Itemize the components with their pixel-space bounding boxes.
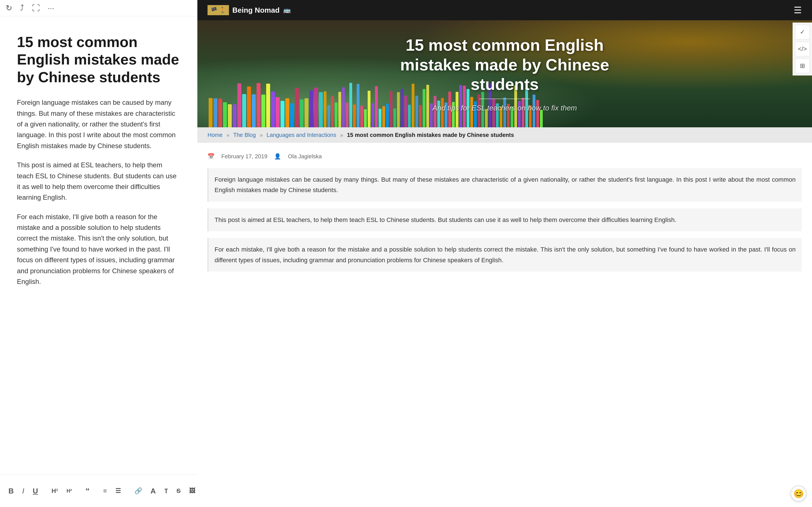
hero-subtitle: And tips for ESL teachers on how to fix … <box>433 104 577 112</box>
article-area: Home » The Blog » Languages and Interact… <box>197 127 812 507</box>
breadcrumb-category[interactable]: Languages and Interactions <box>267 132 336 138</box>
article-paragraph-2: This post is aimed at ESL teachers, to h… <box>207 209 802 231</box>
site-logo: 🏴 🚶 Being Nomad 🚌 <box>207 5 291 15</box>
article-author: Ola Jagielska <box>288 153 322 160</box>
breadcrumb: Home » The Blog » Languages and Interact… <box>197 127 812 143</box>
italic-button[interactable]: I <box>20 486 26 497</box>
article-paragraph-3: For each mistake, I'll give both a reaso… <box>207 238 802 272</box>
breadcrumb-sep-1: » <box>226 132 230 138</box>
text-style-button[interactable]: T <box>163 487 170 496</box>
text-underline-button[interactable]: A <box>149 486 158 497</box>
article-meta: 📅 February 17, 2019 👤 Ola Jagielska <box>207 153 802 160</box>
breadcrumb-current: 15 most common English mistakes made by … <box>347 132 514 138</box>
site-name: Being Nomad <box>232 6 280 15</box>
logo-person-icon: 🚶 <box>219 7 226 13</box>
logo-vehicle-icon: 🚌 <box>283 6 291 14</box>
breadcrumb-sep-3: » <box>340 132 343 138</box>
image-button[interactable]: 🖼 <box>188 486 197 496</box>
left-editor-panel: ↻ ⤴ ⛶ ··· 15 most common English mistake… <box>0 0 197 507</box>
strikethrough-button[interactable]: S <box>175 486 183 496</box>
refresh-icon[interactable]: ↻ <box>6 3 12 13</box>
right-side-toolbar: ✓ </> ⊞ <box>793 22 812 75</box>
logo-flag-icon: 🏴 <box>210 7 217 13</box>
editor-format-toolbar: B I U H¹ H² “ ≡ ☰ 🔗 A T S 🖼 ⏱ 129 单词 ▾ <box>0 474 197 507</box>
check-tool-button[interactable]: ✓ <box>795 25 810 40</box>
emoji-button[interactable]: 😊 <box>791 486 806 501</box>
hero-divider <box>479 99 530 99</box>
site-navbar: 🏴 🚶 Being Nomad 🚌 ☰ <box>197 0 812 20</box>
article-para-3-editor: For each mistake, I'll give both a reaso… <box>17 212 181 287</box>
article-title-editor: 15 most common English mistakes made by … <box>17 33 181 86</box>
quote-button[interactable]: “ <box>84 485 91 497</box>
article-paragraph-1: Foreign language mistakes can be caused … <box>207 168 802 202</box>
layer-tool-button[interactable]: ⊞ <box>795 59 810 73</box>
article-date: February 17, 2019 <box>221 153 267 160</box>
left-top-toolbar: ↻ ⤴ ⛶ ··· <box>0 0 197 16</box>
ordered-list-button[interactable]: ≡ <box>101 486 109 496</box>
bold-button[interactable]: B <box>7 486 15 497</box>
article-body: 📅 February 17, 2019 👤 Ola Jagielska Fore… <box>197 143 812 288</box>
fullscreen-icon[interactable]: ⛶ <box>32 3 40 13</box>
code-tool-button[interactable]: </> <box>795 42 810 56</box>
editor-content: 15 most common English mistakes made by … <box>0 16 197 474</box>
article-para-2-editor: This post is aimed at ESL teachers, to h… <box>17 160 181 203</box>
article-para-1-editor: Foreign language mistakes can be caused … <box>17 97 181 151</box>
hamburger-menu-icon[interactable]: ☰ <box>794 5 802 15</box>
author-icon: 👤 <box>274 153 281 160</box>
more-options-icon[interactable]: ··· <box>48 4 54 13</box>
underline-button[interactable]: U <box>31 486 40 497</box>
heading1-button[interactable]: H¹ <box>50 486 60 496</box>
share-icon[interactable]: ⤴ <box>20 4 24 13</box>
heading2-button[interactable]: H² <box>65 487 73 495</box>
hero-title: 15 most common English mistakes made by … <box>392 35 617 94</box>
breadcrumb-home[interactable]: Home <box>207 132 222 138</box>
unordered-list-button[interactable]: ☰ <box>114 486 123 496</box>
breadcrumb-blog[interactable]: The Blog <box>233 132 256 138</box>
breadcrumb-sep-2: » <box>260 132 263 138</box>
link-button[interactable]: 🔗 <box>133 486 144 496</box>
right-preview-panel: 🏴 🚶 Being Nomad 🚌 ☰ 15 most common Engli… <box>197 0 812 507</box>
logo-box: 🏴 🚶 <box>207 5 229 15</box>
calendar-icon: 📅 <box>207 153 214 160</box>
hero-section: 15 most common English mistakes made by … <box>197 20 812 127</box>
